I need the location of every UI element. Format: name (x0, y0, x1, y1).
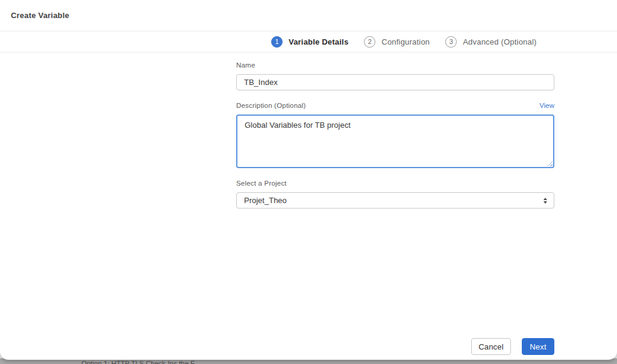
name-section: Name (236, 61, 554, 90)
modal-header: Create Variable (0, 0, 617, 31)
variable-details-form: Name Description (Optional) View Global … (236, 53, 554, 209)
project-selected-value: Projet_Theo (244, 196, 287, 205)
step-3-label: Advanced (Optional) (463, 37, 536, 46)
description-section: Description (Optional) View Global Varia… (236, 102, 554, 168)
page-title: Create Variable (11, 11, 69, 20)
description-field-frame: Global Variables for TB project (236, 115, 554, 168)
step-advanced[interactable]: 3 Advanced (Optional) (445, 36, 536, 48)
next-button[interactable]: Next (522, 338, 554, 355)
description-label: Description (Optional) (236, 102, 306, 109)
step-2-circle: 2 (364, 36, 375, 48)
modal-footer: Cancel Next (471, 338, 554, 355)
project-section: Select a Project Projet_Theo (236, 180, 554, 209)
project-label: Select a Project (236, 180, 554, 187)
name-label: Name (236, 61, 554, 69)
description-textarea[interactable]: Global Variables for TB project (237, 116, 553, 167)
background-page-truncated-text: Option 1: HTTP TLS Check-Ins the E... (81, 360, 201, 364)
project-select[interactable]: Projet_Theo (236, 192, 554, 209)
step-1-label: Variable Details (289, 37, 348, 46)
step-3-circle: 3 (445, 36, 457, 48)
select-stepper-icon (543, 198, 547, 204)
screen: Option 1: HTTP TLS Check-Ins the E... Cr… (0, 0, 617, 364)
view-link[interactable]: View (539, 102, 554, 109)
create-variable-modal: Create Variable 1 Variable Details 2 Con… (0, 0, 617, 360)
step-configuration[interactable]: 2 Configuration (364, 36, 430, 48)
step-1-circle: 1 (271, 36, 283, 48)
name-input[interactable] (236, 74, 554, 90)
wizard-stepper: 1 Variable Details 2 Configuration 3 Adv… (0, 31, 617, 52)
step-variable-details[interactable]: 1 Variable Details (271, 36, 348, 48)
cancel-button[interactable]: Cancel (471, 338, 511, 355)
step-2-label: Configuration (381, 37, 430, 46)
